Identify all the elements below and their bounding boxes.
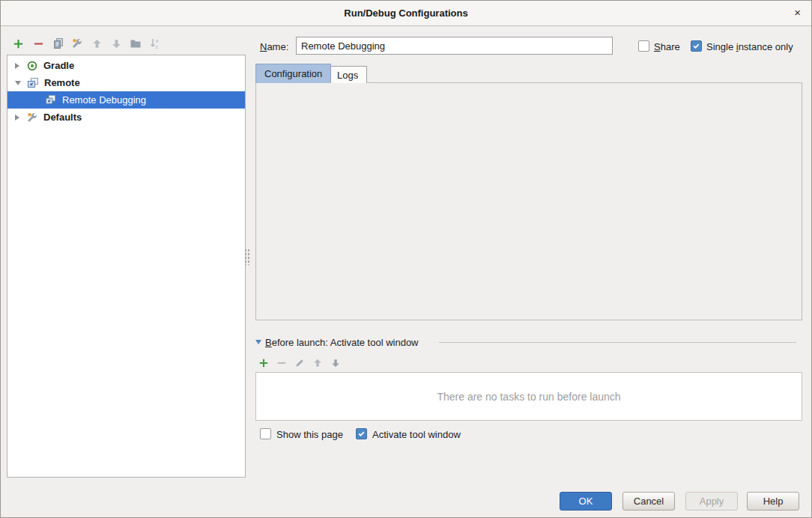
move-task-up-button[interactable] <box>310 356 325 371</box>
show-this-page-label: Show this page <box>276 429 343 441</box>
share-label: Share <box>654 41 680 53</box>
tab-configuration[interactable]: Configuration <box>255 64 331 83</box>
tree-item-defaults[interactable]: Defaults <box>7 109 245 126</box>
before-launch-tasks-list[interactable]: There are no tasks to run before launch <box>255 372 802 421</box>
before-launch-divider <box>439 342 796 343</box>
copy-icon <box>52 37 64 49</box>
check-icon <box>357 430 366 438</box>
tree-item-label: Remote Debugging <box>62 94 146 106</box>
tree-item-remote[interactable]: Remote <box>7 74 245 91</box>
tree-item-label: Defaults <box>43 112 82 123</box>
configurations-tree: Gradle Remote Remote Debugging <box>7 55 246 478</box>
folder-icon <box>130 37 142 49</box>
pencil-icon <box>294 358 305 368</box>
before-launch-collapse-toggle[interactable] <box>255 340 261 344</box>
single-instance-checkbox[interactable] <box>691 40 702 52</box>
arrow-down-icon <box>111 38 122 49</box>
move-task-down-button[interactable] <box>328 356 343 371</box>
remove-task-button[interactable] <box>274 356 289 371</box>
plus-icon <box>258 358 269 368</box>
chevron-right-icon[interactable] <box>15 63 19 69</box>
help-button[interactable]: Help <box>747 492 799 511</box>
ok-button[interactable]: OK <box>560 492 612 511</box>
activate-tool-window-label: Activate tool window <box>372 429 461 441</box>
single-instance-label: Single instance only <box>706 41 793 53</box>
sort-az-icon: a z <box>149 37 161 49</box>
name-input[interactable] <box>296 37 613 55</box>
configuration-tab-panel <box>255 82 802 320</box>
splitter-handle[interactable] <box>244 249 249 265</box>
share-checkbox[interactable] <box>638 40 649 52</box>
tab-logs[interactable]: Logs <box>328 66 367 83</box>
arrow-down-icon <box>330 358 341 368</box>
copy-configuration-button[interactable] <box>51 36 66 51</box>
window-title: Run/Debug Configurations <box>1 7 811 19</box>
tasks-empty-text: There are no tasks to run before launch <box>437 391 620 403</box>
activate-tool-window-checkbox[interactable] <box>356 428 367 439</box>
titlebar: Run/Debug Configurations × <box>1 1 811 26</box>
edit-defaults-button[interactable] <box>70 36 85 51</box>
close-icon: × <box>794 6 801 19</box>
add-task-button[interactable] <box>256 356 271 371</box>
edit-task-button[interactable] <box>292 356 307 371</box>
remote-config-icon <box>45 94 56 106</box>
defaults-wrench-icon <box>26 112 38 124</box>
remove-configuration-button[interactable] <box>31 36 46 51</box>
wrench-icon <box>71 37 83 49</box>
chevron-down-icon[interactable] <box>15 81 21 85</box>
close-button[interactable]: × <box>794 7 801 19</box>
name-label: Name: <box>260 41 288 53</box>
gradle-icon <box>26 60 38 72</box>
minus-icon <box>276 358 287 368</box>
run-debug-configurations-dialog: Run/Debug Configurations × a <box>0 0 812 518</box>
remote-icon <box>27 77 39 89</box>
tree-item-label: Remote <box>44 77 80 88</box>
cancel-button[interactable]: Cancel <box>622 492 675 511</box>
arrow-up-icon <box>91 38 103 49</box>
sort-configurations-button[interactable]: a z <box>148 36 163 51</box>
create-folder-button[interactable] <box>128 36 143 51</box>
minus-icon <box>33 38 44 49</box>
check-icon <box>692 42 700 50</box>
svg-text:z: z <box>156 44 159 49</box>
svg-text:a: a <box>156 38 159 43</box>
show-this-page-checkbox[interactable] <box>260 428 271 439</box>
chevron-right-icon[interactable] <box>15 115 19 121</box>
tree-item-remote-debugging[interactable]: Remote Debugging <box>7 91 245 109</box>
tree-item-gradle[interactable]: Gradle <box>7 57 245 74</box>
apply-button: Apply <box>685 492 738 511</box>
move-up-button[interactable] <box>89 36 104 51</box>
plus-icon <box>13 38 24 49</box>
before-launch-title: Before launch: Activate tool window <box>265 337 419 349</box>
arrow-up-icon <box>312 358 323 368</box>
add-configuration-button[interactable] <box>10 36 25 51</box>
tree-item-label: Gradle <box>43 60 74 71</box>
move-down-button[interactable] <box>109 36 124 51</box>
